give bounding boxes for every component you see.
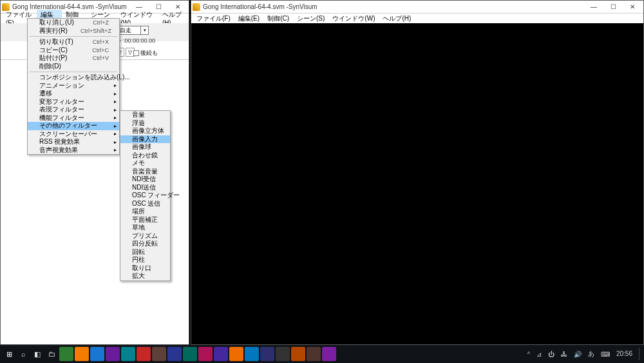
menu-item[interactable]: 切り取り(T)Ctrl+X <box>28 38 119 46</box>
other-filters-submenu: 音量浮遊画像立方体画像入力画像球合わせ鏡メモ音楽音量NDI受信NDI送信OSC … <box>120 110 171 281</box>
submenu-arrow-icon: ▸ <box>114 91 117 97</box>
submenu-item[interactable]: 浮遊 <box>120 119 170 128</box>
titlebar[interactable]: Gong International-64-4.svm -SynVisum — … <box>191 1 643 14</box>
menu-item[interactable]: コンポジションを読み込み(L)... <box>28 74 119 82</box>
submenu-item[interactable]: メモ <box>120 159 170 168</box>
menu-item[interactable]: 変形フィルター▸ <box>28 98 119 106</box>
follow-checkbox[interactable]: 後続も <box>133 49 158 57</box>
submenu-arrow-icon: ▸ <box>114 83 117 88</box>
taskbar-app[interactable] <box>137 347 151 361</box>
menu-item[interactable]: RSS 視覚効果▸ <box>28 138 119 146</box>
right-app-window: Gong International-64-4.svm -SynVisum — … <box>191 0 644 345</box>
taskbar-app[interactable] <box>75 347 89 361</box>
tray-network-icon[interactable]: 🖧 <box>561 351 567 358</box>
submenu-item[interactable]: 平面補正 <box>120 216 170 224</box>
taskbar-app[interactable] <box>322 347 336 361</box>
submenu-item[interactable]: 音楽音量 <box>120 168 170 176</box>
minimize-button[interactable]: — <box>584 1 603 13</box>
submenu-item[interactable]: 取り口 <box>120 264 170 273</box>
taskbar-app[interactable] <box>59 347 73 361</box>
menu-separator <box>30 72 117 72</box>
tray-keyboard-icon[interactable]: ⌨ <box>601 351 610 358</box>
tray-volume-icon[interactable]: 🔊 <box>574 351 582 358</box>
taskbar-app[interactable] <box>198 347 213 361</box>
submenu-item[interactable]: 合わせ鏡 <box>120 152 170 160</box>
show-desktop-button[interactable] <box>639 348 641 360</box>
submenu-item[interactable]: 円柱 <box>120 256 170 264</box>
taskbar-app[interactable] <box>106 347 120 361</box>
menu-item[interactable]: 削除(D) <box>28 63 119 71</box>
menu-separator <box>30 36 117 37</box>
submenu-item[interactable]: 草地 <box>120 224 170 232</box>
menu-item[interactable]: 音声視覚効果▸ <box>28 146 119 155</box>
menu-item[interactable]: 貼付け(P)Ctrl+V <box>28 54 119 63</box>
taskbar-app[interactable] <box>121 347 135 361</box>
chevron-down-icon: ▾ <box>140 26 148 34</box>
start-button[interactable]: ⊞ <box>3 348 15 360</box>
taskbar-app[interactable] <box>90 347 104 361</box>
submenu-item[interactable]: 画像立方体 <box>120 127 170 135</box>
taskbar-clock[interactable]: 20:56 <box>616 351 632 358</box>
taskbar-app[interactable] <box>307 347 321 361</box>
submenu-item[interactable]: NDI送信 <box>120 184 170 192</box>
tray-power-icon[interactable]: ⏻ <box>548 351 554 358</box>
task-view-icon[interactable]: ◧ <box>31 348 44 360</box>
submenu-item-label: 拡大 <box>132 271 160 280</box>
menu-help[interactable]: ヘルプ(H) <box>379 14 415 24</box>
taskbar-app[interactable] <box>214 347 228 361</box>
menu-item-label: 削除(D) <box>39 62 109 71</box>
menu-item-label: 再実行(R) <box>39 26 68 35</box>
submenu-item[interactable]: NDI受信 <box>120 175 170 184</box>
close-button[interactable]: ✕ <box>623 1 642 13</box>
taskbar-app[interactable] <box>245 347 259 361</box>
menu-item[interactable]: その他のフィルター▸ <box>28 122 119 130</box>
menu-item[interactable]: スクリーンセーバー▸ <box>28 130 119 139</box>
maximize-button[interactable]: ☐ <box>603 1 623 13</box>
preview-viewport[interactable] <box>191 23 643 344</box>
menu-edit[interactable]: 編集(E) <box>234 14 263 24</box>
submenu-item[interactable]: 回転 <box>120 248 170 257</box>
menu-scene[interactable]: シーン(S) <box>293 14 328 24</box>
submenu-item[interactable]: 画像球 <box>120 143 170 152</box>
menu-item-label: 音声視覚効果 <box>39 146 109 155</box>
menu-item[interactable]: アニメーション▸ <box>28 82 119 90</box>
tray-overflow-icon[interactable]: ^ <box>527 351 530 357</box>
menu-control[interactable]: 制御(C) <box>263 14 293 24</box>
submenu-item[interactable]: 場所 <box>120 208 170 216</box>
menu-accel: Ctrl+Shift+Z <box>80 28 111 34</box>
menu-item[interactable]: 表現フィルター▸ <box>28 106 119 114</box>
menu-item[interactable]: 機能フィルター▸ <box>28 114 119 123</box>
menu-item[interactable]: 遷移▸ <box>28 90 119 98</box>
taskbar-app[interactable] <box>167 347 182 361</box>
submenu-item[interactable]: 拡大 <box>120 272 170 280</box>
submenu-arrow-icon: ▸ <box>114 147 117 153</box>
taskbar-app[interactable] <box>152 347 166 361</box>
tray-ime-icon[interactable]: あ <box>588 349 594 358</box>
taskbar-app[interactable] <box>276 347 290 361</box>
menu-file[interactable]: ファイル(F) <box>193 14 234 24</box>
taskbar-app[interactable] <box>260 347 274 361</box>
tray-icon[interactable]: ⊿ <box>536 351 542 358</box>
menu-item[interactable]: 再実行(R)Ctrl+Shift+Z <box>28 27 119 35</box>
submenu-arrow-icon: ▸ <box>114 131 117 137</box>
submenu-item[interactable]: OSC フィーダー <box>120 191 170 200</box>
taskbar-app[interactable] <box>229 347 243 361</box>
submenu-item[interactable]: 音量 <box>120 111 170 119</box>
submenu-item[interactable]: OSC 送信 <box>120 200 170 208</box>
clock-time: 20:56 <box>616 351 632 358</box>
mode-combo[interactable]: 自走 ▾ <box>118 26 149 35</box>
taskbar-app[interactable] <box>291 347 305 361</box>
menu-window[interactable]: ウインドウ(W) <box>328 14 379 24</box>
submenu-item[interactable]: プリズム <box>120 232 170 240</box>
submenu-item[interactable]: 四分反転 <box>120 240 170 248</box>
checkbox-box <box>133 50 139 56</box>
menu-item[interactable]: コピー(C)Ctrl+C <box>28 46 119 55</box>
submenu-item[interactable]: 画像入力 <box>120 135 170 144</box>
submenu-arrow-icon: ▸ <box>114 139 117 145</box>
explorer-icon[interactable]: 🗀 <box>45 348 58 360</box>
taskbar-app[interactable] <box>183 347 197 361</box>
menu-accel: Ctrl+X <box>93 39 109 45</box>
menu-item[interactable]: 取り消し(U)Ctrl+Z <box>28 19 119 27</box>
checkbox-label: 後続も <box>140 49 158 57</box>
search-icon[interactable]: ⌕ <box>17 348 30 360</box>
